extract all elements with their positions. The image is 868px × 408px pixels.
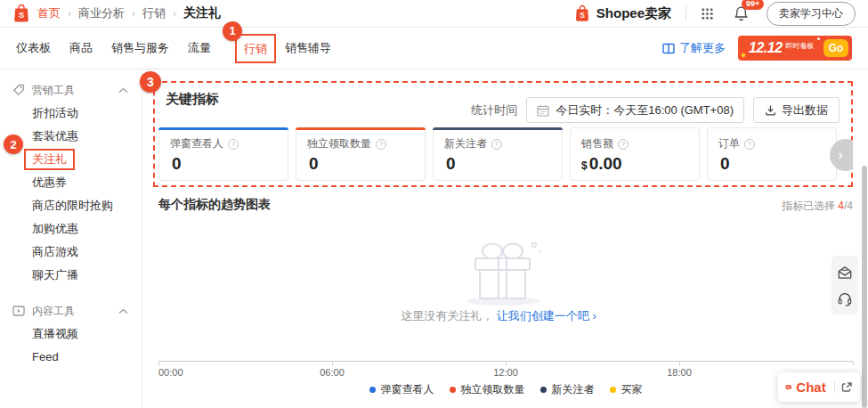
- chart-x-axis: 00:00 06:00 12:00 18:00: [158, 361, 853, 362]
- chat-widget[interactable]: Chat: [778, 372, 860, 402]
- metric-label: 销售额: [581, 136, 613, 151]
- selected-count: 4: [838, 200, 844, 212]
- sidebar-item-live-video[interactable]: 直播视频: [0, 322, 142, 346]
- tab-dashboard[interactable]: 仪表板: [16, 40, 51, 56]
- annotation-step-1-badge: 1: [223, 21, 242, 41]
- tabbar: 仪表板 商品 销售与服务 流量 1 行销 销售辅导 了解更多 12.12 即时看…: [0, 28, 868, 69]
- breadcrumb-business-analysis[interactable]: 商业分析: [78, 6, 125, 20]
- metric-card-unique-claims[interactable]: 独立领取数量? 0: [296, 127, 426, 181]
- legend-label: 弹窗查看人: [381, 382, 434, 397]
- tab-products[interactable]: 商品: [69, 40, 93, 56]
- sidebar-section-title: 内容工具: [32, 304, 75, 319]
- topbar-right: S Shopee卖家 99+: [574, 2, 856, 26]
- popout-button[interactable]: [840, 381, 853, 394]
- sidebar-section-content-tools[interactable]: 内容工具: [0, 299, 142, 322]
- download-icon: [765, 104, 776, 116]
- sidebar-item-follow-prize[interactable]: 关注礼: [0, 148, 142, 171]
- axis-label-1800: 18:00: [667, 367, 692, 378]
- learning-center-button[interactable]: 卖家学习中心: [767, 2, 856, 26]
- sidebar-item-feed[interactable]: Feed: [0, 346, 142, 369]
- chevron-right-icon: ›: [838, 146, 843, 164]
- selected-label: 指标已选择: [782, 200, 835, 212]
- svg-text:S: S: [580, 12, 585, 20]
- legend-item-new-followers[interactable]: 新关注者: [540, 382, 595, 397]
- help-icon[interactable]: ?: [228, 139, 239, 150]
- feedback-button[interactable]: [831, 258, 858, 285]
- notification-bell[interactable]: 99+: [734, 5, 749, 21]
- axis-tick: [506, 362, 507, 365]
- metric-card-orders[interactable]: 订单? 0: [707, 127, 837, 181]
- promo-title: 12.12: [749, 40, 783, 56]
- cards-next-button[interactable]: ›: [830, 139, 853, 171]
- tab-traffic[interactable]: 流量: [188, 40, 211, 56]
- card-accent-bar: [707, 127, 837, 130]
- help-icon[interactable]: ?: [491, 139, 502, 150]
- annotation-step-3-badge: 3: [140, 71, 161, 93]
- help-icon[interactable]: ?: [618, 139, 629, 150]
- legend-item-popup-viewers[interactable]: 弹窗查看人: [369, 382, 434, 397]
- chevron-up-icon[interactable]: [118, 308, 128, 314]
- axis-label-0600: 06:00: [320, 367, 345, 378]
- calendar-icon: [537, 104, 549, 117]
- sidebar: 营销工具 折扣活动 套装优惠 关注礼 优惠券 商店的限时抢购 加购优惠 商店游戏…: [0, 69, 142, 408]
- learn-more-link[interactable]: 了解更多: [662, 40, 726, 56]
- promo-go-button[interactable]: Go: [823, 39, 848, 57]
- help-icon[interactable]: ?: [376, 139, 386, 150]
- shopee-logo-icon[interactable]: S: [12, 4, 30, 23]
- export-data-button[interactable]: 导出数据: [753, 97, 840, 123]
- export-data-label: 导出数据: [782, 102, 828, 118]
- headset-icon: [837, 290, 853, 306]
- tab-sales-service[interactable]: 销售与服务: [111, 40, 169, 56]
- metric-cards-row: 弹窗查看人? 0 独立领取数量? 0 新关注者? 0 销售额? $0.00 订单…: [158, 127, 837, 181]
- floating-toolbar: [831, 256, 858, 314]
- metric-card-sales[interactable]: 销售额? $0.00: [570, 127, 700, 181]
- sidebar-item-add-on-deal[interactable]: 加购优惠: [0, 217, 142, 241]
- metric-card-new-followers[interactable]: 新关注者? 0: [433, 127, 563, 181]
- sidebar-item-voucher[interactable]: 优惠券: [0, 171, 142, 194]
- learn-more-label: 了解更多: [679, 40, 726, 56]
- promo-subtitle: 即时看板: [786, 41, 815, 51]
- scrollbar-thumb[interactable]: [862, 166, 867, 408]
- video-icon: [12, 305, 25, 317]
- apps-grid-icon[interactable]: [701, 7, 714, 20]
- metric-selected-indicator: 指标已选择4/4: [782, 199, 853, 214]
- key-metrics-title: 关键指标: [166, 91, 219, 108]
- topbar: S 首页›商业分析›行销›关注礼 S Shopee卖家: [0, 0, 868, 28]
- card-accent-bar: [158, 127, 288, 130]
- sidebar-gap: [0, 287, 142, 299]
- breadcrumb-separator: ›: [68, 7, 71, 20]
- date-range-value: 今日实时：今天至16:00 (GMT+08): [556, 102, 734, 118]
- breadcrumb-home[interactable]: 首页: [37, 6, 61, 20]
- date-range-picker[interactable]: 今日实时：今天至16:00 (GMT+08): [526, 97, 744, 123]
- divider: [685, 6, 686, 20]
- empty-state-gift-icon: [442, 241, 566, 306]
- metric-card-popup-viewers[interactable]: 弹窗查看人? 0: [158, 127, 288, 181]
- chevron-up-icon[interactable]: [118, 87, 128, 94]
- card-accent-bar: [570, 127, 700, 130]
- legend-item-unique-claims[interactable]: 独立领取数量: [450, 382, 525, 397]
- survey-envelope-icon: [837, 265, 853, 280]
- tab-marketing[interactable]: 行销: [244, 42, 267, 55]
- sidebar-item-discount[interactable]: 折扣活动: [0, 102, 142, 125]
- create-follow-prize-link[interactable]: 让我们创建一个吧 ›: [497, 309, 596, 322]
- breadcrumb: 首页›商业分析›行销›关注礼: [30, 5, 221, 21]
- empty-state-message: 这里没有关注礼， 让我们创建一个吧 ›: [142, 308, 855, 324]
- sidebar-section-marketing-tools[interactable]: 营销工具: [0, 78, 142, 102]
- sidebar-item-shop-games[interactable]: 商店游戏: [0, 241, 142, 264]
- legend-label: 独立领取数量: [461, 382, 525, 397]
- metric-label: 独立领取数量: [307, 136, 371, 151]
- metric-value: 0.00: [589, 154, 622, 173]
- breadcrumb-separator: ›: [132, 7, 135, 20]
- legend-label: 买家: [621, 382, 643, 397]
- customer-support-button[interactable]: [831, 285, 858, 312]
- help-icon[interactable]: ?: [744, 139, 755, 150]
- sidebar-item-shop-flash-sale[interactable]: 商店的限时抢购: [0, 194, 142, 217]
- breadcrumb-marketing[interactable]: 行销: [142, 6, 166, 20]
- legend-item-buyers[interactable]: 买家: [610, 382, 643, 397]
- metric-value: 0: [172, 154, 182, 173]
- sidebar-item-chat-broadcast[interactable]: 聊天广播: [0, 264, 142, 287]
- axis-tick: [332, 362, 333, 365]
- promo-banner-12-12[interactable]: 12.12 即时看板 Go: [738, 36, 852, 61]
- tab-sales-coaching[interactable]: 销售辅导: [285, 40, 331, 56]
- selected-total: /4: [844, 200, 853, 212]
